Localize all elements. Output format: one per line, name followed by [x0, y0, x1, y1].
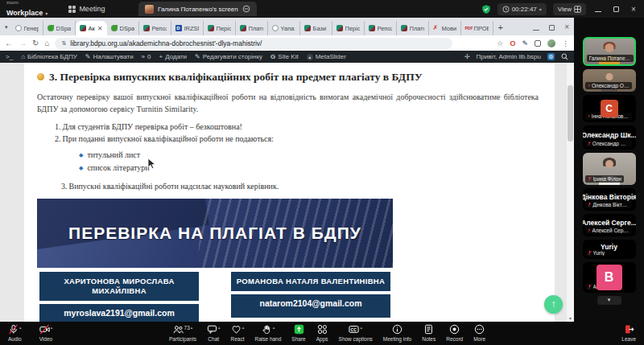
- tab-shared-screen[interactable]: Галина Потапенко's screen: [138, 2, 257, 16]
- admin-greeting[interactable]: Привіт, Admin lib.bspu: [477, 53, 541, 60]
- scroll-to-top-button[interactable]: ↑: [544, 295, 563, 314]
- browser-tab[interactable]: Yana S: [268, 21, 300, 35]
- svg-text:CC: CC: [351, 327, 357, 332]
- browser-menu-icon[interactable]: ⋮: [562, 39, 569, 47]
- address-bar[interactable]: ⇅ library.bdpu.org.ua/akademichna-dobroc…: [55, 38, 452, 49]
- reload-icon[interactable]: ↻: [32, 39, 39, 47]
- captions-button[interactable]: CC▴ Show captions: [339, 324, 373, 342]
- window-minimize-button[interactable]: [592, 5, 604, 14]
- participant-name: Ірина Філон: [593, 176, 622, 182]
- video-button[interactable]: ▴ Video: [39, 324, 53, 342]
- admin-edit-page-link[interactable]: ✎Редагувати сторінку: [195, 53, 262, 60]
- browser-tab[interactable]: Генер: [11, 21, 43, 35]
- scrollbar-thumb[interactable]: [568, 85, 573, 142]
- extensions-puzzle-icon[interactable]: [535, 40, 541, 47]
- zoom-bottom-toolbar: ▴ Audio ▴ Video 73▴ Participants ▴ Chat …: [0, 322, 644, 345]
- participant-tile[interactable]: Олександр Овсянніков: [583, 69, 636, 92]
- view-button[interactable]: View: [553, 3, 586, 15]
- tab-close-icon[interactable]: ✕: [97, 25, 103, 32]
- audio-button[interactable]: ▴ Audio: [8, 324, 22, 342]
- participant-tile[interactable]: Олександр Шк... Олександр Школа: [583, 125, 636, 150]
- chevron-up-icon[interactable]: ▴: [273, 325, 275, 330]
- participant-tile[interactable]: Yuriy Yuriy: [583, 240, 636, 259]
- participant-tile[interactable]: С Інна Потапова №1ЦТ м...: [583, 95, 636, 122]
- new-tab-button[interactable]: +: [498, 23, 503, 32]
- pen-extension-icon[interactable]: ✎: [522, 39, 528, 47]
- browser-minimize-button[interactable]: [533, 19, 539, 34]
- participant-name: Олександр Овсянніков: [592, 83, 630, 88]
- participants-count: 73: [184, 325, 190, 331]
- library-favicon: [369, 25, 375, 31]
- participant-tile[interactable]: Дінкова Вікторія Дінкова Вікторія: [583, 188, 636, 211]
- participant-tile[interactable]: B Ален: [583, 262, 636, 293]
- wp-logo-icon[interactable]: >_: [6, 53, 13, 60]
- share-button[interactable]: Share: [291, 324, 305, 342]
- browser-tab[interactable]: Репоз: [365, 21, 397, 35]
- meeting-grid-icon: [68, 6, 76, 13]
- bookmark-star-icon[interactable]: ☆: [497, 39, 503, 47]
- react-button[interactable]: ▴ React: [230, 324, 244, 342]
- zoom-workplace-menu[interactable]: zoom Workplace▾: [6, 0, 47, 18]
- participants-button[interactable]: 73▴ Participants: [169, 324, 196, 342]
- home-icon[interactable]: ⌂: [44, 39, 49, 47]
- site-info-icon[interactable]: ⇅: [61, 40, 66, 47]
- leave-button[interactable]: Leave: [621, 324, 636, 342]
- browser-tab[interactable]: DSpac: [107, 21, 139, 35]
- browser-tab[interactable]: DSpac: [43, 21, 76, 35]
- admin-site-link[interactable]: ⌂Бібліотека БДПУ: [21, 53, 77, 60]
- browser-tab-active[interactable]: Ак✕: [76, 21, 107, 35]
- raise-hand-button[interactable]: ▴ Raise hand: [254, 324, 281, 342]
- notes-button[interactable]: Notes: [422, 324, 436, 342]
- pdf-favicon: PDF: [465, 25, 472, 31]
- library-favicon: [336, 25, 343, 31]
- browser-tab[interactable]: Платф: [397, 21, 429, 35]
- browser-tab[interactable]: Бази д: [300, 21, 332, 35]
- browser-tab[interactable]: Репоз: [139, 21, 171, 35]
- admin-sitekit-link[interactable]: GSite Kit: [270, 53, 299, 60]
- admin-avatar-gear-icon[interactable]: ⚙: [547, 53, 555, 60]
- tab-meeting[interactable]: Meeting: [68, 5, 105, 13]
- participant-name: Yuriy: [593, 250, 605, 256]
- search-icon[interactable]: [561, 53, 568, 60]
- meeting-info-button[interactable]: Meeting info: [383, 324, 411, 342]
- scrollbar-down-arrow[interactable]: ▾: [567, 315, 574, 321]
- chevron-up-icon[interactable]: ▴: [19, 325, 22, 330]
- admin-comments-link[interactable]: »0: [142, 53, 151, 60]
- chevron-up-icon[interactable]: ▴: [218, 325, 221, 330]
- tab-search-chevron-icon[interactable]: ▾: [5, 24, 8, 31]
- browser-tab[interactable]: PDFПРОБ: [461, 21, 493, 35]
- apps-button[interactable]: Apps: [316, 324, 328, 342]
- participant-tile-active-speaker[interactable]: Галина Потапенко: [583, 37, 636, 66]
- chevron-up-icon[interactable]: ▴: [191, 325, 193, 330]
- browser-tab[interactable]: ✗Мови: [429, 21, 461, 35]
- browser-tab[interactable]: Періо: [204, 21, 236, 35]
- admin-new-link[interactable]: +Додати: [159, 53, 188, 60]
- chat-button[interactable]: ▴ Chat: [207, 324, 221, 342]
- browser-profile-avatar[interactable]: [547, 39, 555, 47]
- back-icon[interactable]: ←: [5, 39, 13, 47]
- participant-tile[interactable]: Алексей Серге... Алексей Сергеевич: [583, 214, 636, 236]
- stop-share-icon[interactable]: [242, 5, 250, 13]
- participant-tile[interactable]: Ірина Філон: [583, 153, 636, 185]
- browser-tab[interactable]: Платф: [236, 21, 268, 35]
- admin-shortcuts-icon[interactable]: ✢: [464, 53, 470, 60]
- forward-icon[interactable]: →: [19, 39, 27, 47]
- window-close-button[interactable]: ×: [628, 5, 639, 14]
- record-button[interactable]: Record: [446, 324, 463, 342]
- admin-customize-link[interactable]: ✎Налаштувати: [85, 53, 134, 60]
- chevron-up-icon[interactable]: ▴: [51, 325, 53, 330]
- browser-close-button[interactable]: ×: [564, 23, 569, 31]
- security-shield-icon[interactable]: [481, 4, 491, 14]
- meeting-timer[interactable]: 00:22:47 ▾: [497, 3, 547, 15]
- browser-maximize-button[interactable]: [549, 19, 555, 34]
- admin-metaslider-link[interactable]: ▴MetaSlider: [307, 53, 346, 60]
- chevron-up-icon[interactable]: ▴: [360, 325, 362, 330]
- chevron-up-icon[interactable]: ▴: [242, 325, 245, 330]
- more-button[interactable]: More: [473, 324, 485, 342]
- window-maximize-button[interactable]: [610, 5, 621, 14]
- extension-o-icon[interactable]: O: [510, 39, 515, 47]
- collapse-panel-button[interactable]: ▾: [597, 296, 621, 305]
- browser-tab[interactable]: Період: [332, 21, 365, 35]
- page-scrollbar[interactable]: ▾: [567, 63, 574, 322]
- browser-tab[interactable]: DIRZSM: [171, 21, 204, 35]
